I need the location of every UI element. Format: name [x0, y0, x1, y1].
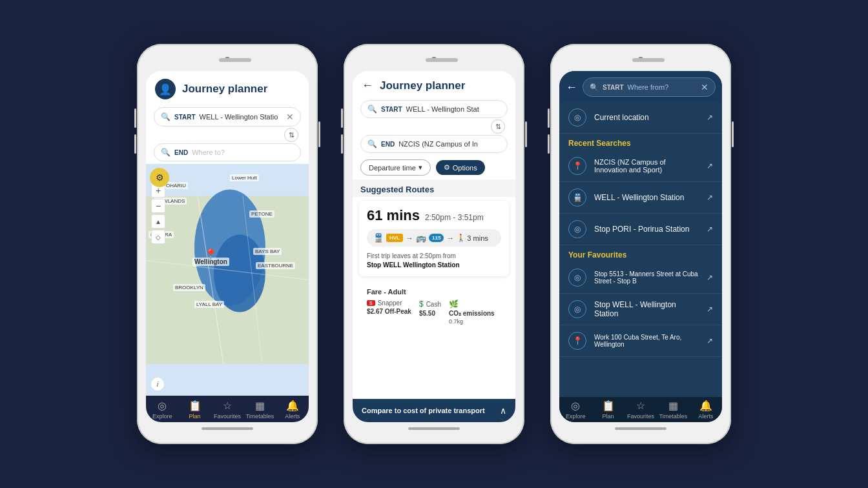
- vol-button-1b: [134, 134, 136, 154]
- recent-item-3[interactable]: ◎ Stop PORI - Porirua Station ↗: [559, 214, 722, 245]
- screen2-header: ← Journey planner: [353, 71, 515, 97]
- fav-label-2: Stop WELL - Wellington Station: [594, 300, 699, 318]
- recent-label-1: NZCIS (NZ Campus of Innovation and Sport…: [594, 158, 699, 174]
- speaker-2: [426, 58, 458, 62]
- phone-top-2: [353, 53, 515, 71]
- fav-icon-3: 📍: [568, 332, 586, 350]
- nav-plan-icon-1: 📋: [189, 400, 202, 412]
- map-label-ohariu: OHARIU: [164, 182, 188, 189]
- train-icon: 🚆: [373, 233, 384, 243]
- current-location-label: Current location: [594, 113, 699, 122]
- swap-button-1[interactable]: ⇅: [284, 128, 298, 142]
- nav-explore-1[interactable]: ◎ Explore: [146, 400, 178, 420]
- nav-timetables-1[interactable]: ▦ Timetables: [243, 400, 276, 420]
- recent-label-3: Stop PORI - Porirua Station: [594, 225, 699, 234]
- recent-icon-2: 🚆: [568, 188, 586, 207]
- home-indicator-2: [408, 427, 460, 430]
- walk-icon: 🚶: [457, 234, 466, 242]
- compass-btn[interactable]: ◇: [151, 230, 165, 244]
- arrow-1: →: [406, 234, 413, 243]
- vol-button-1a: [134, 108, 136, 128]
- start-field-2[interactable]: 🔍 START WELL - Wellington Stat: [360, 100, 508, 118]
- back-button-2[interactable]: ←: [362, 79, 373, 92]
- clear-icon-3[interactable]: ✕: [701, 82, 708, 92]
- nav-fav-label-3: Favourites: [627, 413, 654, 420]
- recent-arrow-1: ↗: [707, 161, 713, 170]
- fare-snapper-icon-row: S Snapper: [367, 300, 411, 307]
- swap-button-2[interactable]: ⇅: [491, 119, 505, 134]
- nav-alerts-3[interactable]: 🔔 Alerts: [690, 400, 722, 420]
- snapper-amount: $2.67 Off-Peak: [367, 308, 411, 315]
- search-icon-3: 🔍: [590, 83, 599, 92]
- map-label-bays-bay: BAYS BAY: [253, 248, 282, 255]
- map-label-eastbourne: EASTBOURNE: [256, 262, 295, 269]
- map-label-lyall-bay: LYALL BAY: [194, 301, 224, 308]
- nav-explore-icon-1: ◎: [158, 400, 167, 412]
- nav-tt-3[interactable]: ▦ Timetables: [657, 400, 689, 420]
- nav-alerts-icon-3: 🔔: [699, 400, 712, 412]
- start-label-3: START: [603, 84, 624, 91]
- departure-chevron: ▾: [418, 163, 422, 172]
- end-field-2[interactable]: 🔍 END NZCIS (NZ Campus of In: [360, 135, 508, 153]
- phone-top-1: [146, 53, 309, 71]
- fare-co2: 🌿 CO₂ emissions 0.7kg: [449, 300, 495, 325]
- nav-explore-label-1: Explore: [152, 413, 172, 420]
- fav-item-1[interactable]: ◎ Stop 5513 - Manners Street at Cuba Str…: [559, 262, 722, 294]
- vol-button-2b: [341, 134, 343, 154]
- route-card-1[interactable]: 61 mins 2:50pm - 3:51pm 🚆 HVL → 🚌 115 → …: [359, 201, 509, 276]
- co2-amount: 0.7kg: [449, 318, 495, 325]
- departure-time-btn[interactable]: Departure time ▾: [360, 159, 431, 176]
- map-options-btn[interactable]: ⚙: [150, 168, 169, 187]
- end-field-1[interactable]: 🔍 END Where to?: [154, 143, 301, 161]
- home-indicator-1: [202, 427, 253, 430]
- start-field-1[interactable]: 🔍 START WELL - Wellington Statio ✕: [154, 107, 301, 127]
- fav-item-2[interactable]: ◎ Stop WELL - Wellington Station ↗: [559, 294, 722, 325]
- recent-label-2: WELL - Wellington Station: [594, 193, 699, 202]
- zoom-out-btn[interactable]: −: [151, 199, 165, 213]
- nav-alerts-label-3: Alerts: [698, 413, 713, 420]
- search-icon-e2: 🔍: [367, 139, 377, 148]
- nav-tt-label-1: Timetables: [246, 413, 274, 420]
- compare-bar[interactable]: Compare to cost of private transport ∧: [353, 399, 515, 422]
- route-icons-row: 🚆 HVL → 🚌 115 → 🚶 3 mins: [367, 229, 501, 247]
- recent-searches-title: Recent Searches: [568, 139, 631, 148]
- recent-item-1[interactable]: 📍 NZCIS (NZ Campus of Innovation and Spo…: [559, 150, 722, 182]
- map-area-1[interactable]: Lower Hutt OHARIU NEWLANDS PETONE BAYS B…: [146, 164, 309, 396]
- nav-explore-icon-3: ◎: [571, 400, 580, 412]
- screen3-header: ← 🔍 START Where from? ✕: [559, 71, 722, 102]
- trip-info: First trip leaves at 2:50pm from Stop WE…: [367, 252, 501, 270]
- options-label: Options: [453, 164, 477, 172]
- fav-item-3[interactable]: 📍 Work 100 Cuba Street, Te Aro, Wellingt…: [559, 325, 722, 357]
- end-label-2: END: [381, 141, 395, 148]
- map-info-btn[interactable]: i: [151, 378, 164, 391]
- current-location-row[interactable]: ◎ Current location ↗: [559, 102, 722, 134]
- nav-plan-3[interactable]: 📋 Plan: [592, 400, 624, 420]
- nav-explore-3[interactable]: ◎ Explore: [559, 400, 592, 420]
- back-button-3[interactable]: ←: [566, 81, 577, 94]
- recent-searches-header: Recent Searches: [559, 134, 722, 150]
- fare-snapper: S Snapper $2.67 Off-Peak: [367, 300, 411, 325]
- map-controls: + − ▲ ◇: [151, 183, 165, 244]
- phone-bottom-1: [146, 422, 309, 435]
- nav-fav-3[interactable]: ☆ Favourites: [625, 400, 657, 420]
- cash-label: Cash: [426, 301, 441, 308]
- nav-alerts-label-1: Alerts: [285, 413, 300, 420]
- clear-icon-1[interactable]: ✕: [286, 112, 294, 122]
- nav-favourites-1[interactable]: ☆ Favourites: [211, 400, 243, 420]
- recent-item-2[interactable]: 🚆 WELL - Wellington Station ↗: [559, 182, 722, 214]
- screen-3: ← 🔍 START Where from? ✕ ◎ Current locati…: [559, 71, 722, 422]
- phone-3: ← 🔍 START Where from? ✕ ◎ Current locati…: [550, 44, 731, 444]
- cash-amount: $5.50: [419, 310, 441, 317]
- options-button[interactable]: ⚙ Options: [436, 160, 485, 175]
- swap-container-2: ⇅: [353, 119, 515, 134]
- search-box-3[interactable]: 🔍 START Where from? ✕: [583, 77, 716, 97]
- location-btn[interactable]: ▲: [151, 214, 165, 229]
- nav-alerts-1[interactable]: 🔔 Alerts: [276, 400, 309, 420]
- avatar-icon[interactable]: 👤: [155, 79, 176, 99]
- nav-tt-icon-1: ▦: [255, 400, 265, 412]
- nav-plan-1[interactable]: 📋 Plan: [178, 400, 211, 420]
- fare-cash: $ Cash $5.50: [419, 300, 441, 325]
- phone-2: ← Journey planner 🔍 START WELL - Welling…: [344, 44, 524, 444]
- side-button-2: [525, 121, 527, 147]
- nav-plan-label-1: Plan: [189, 413, 201, 420]
